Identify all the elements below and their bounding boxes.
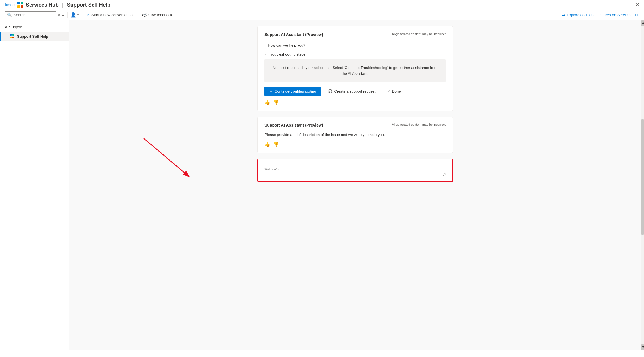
chevron-down-icon[interactable]: ▾ (77, 13, 79, 16)
create-support-request-button[interactable]: 🎧 Create a support request (324, 87, 380, 96)
card-1-header: Support AI Assistant (Preview) AI-genera… (264, 32, 446, 37)
chat-card-2: Support AI Assistant (Preview) AI-genera… (257, 117, 453, 153)
scrollbar-bottom-arrow[interactable]: ▼ (641, 344, 644, 350)
logo-br (12, 37, 14, 38)
logo-square-tl (17, 2, 20, 4)
message-input[interactable] (262, 166, 440, 178)
arrow-icon: → (269, 89, 273, 93)
close-button[interactable]: ✕ (635, 2, 639, 8)
card-2-ai-badge: AI-generated content may be incorrect (392, 123, 446, 126)
card-2-header: Support AI Assistant (Preview) AI-genera… (264, 123, 446, 127)
no-solutions-text: No solutions match your selections. Sele… (273, 66, 438, 76)
sidebar-collapse-button[interactable]: « (62, 13, 64, 17)
main-layout: ∨ Support Support Self Help Support AI A… (0, 20, 644, 350)
accordion-troubleshooting-label: Troubleshooting steps (269, 52, 305, 56)
accordion-expanded-icon: ∨ (264, 53, 267, 56)
sidebar-item-support-self-help[interactable]: Support Self Help (0, 32, 69, 41)
accordion-troubleshooting-content: No solutions match your selections. Sele… (264, 59, 446, 82)
toolbar-separator-3 (137, 12, 137, 18)
breadcrumb-home[interactable]: Home (3, 3, 13, 7)
more-options-icon[interactable]: ··· (114, 2, 119, 8)
give-feedback-button[interactable]: 💬 Give feedback (140, 12, 174, 18)
search-icon: 🔍 (7, 13, 12, 17)
accordion-help-label: How can we help you? (268, 43, 305, 47)
app-logo (17, 2, 24, 8)
give-feedback-label: Give feedback (148, 13, 172, 17)
chat-card-1: Support AI Assistant (Preview) AI-genera… (257, 26, 453, 111)
thumbs-up-button-2[interactable]: 👍 (264, 142, 270, 147)
toolbar: 🔍 ✕ « 👤 ▾ ↺ Start a new conversation 💬 G… (0, 9, 644, 20)
person-icon: 👤 (70, 12, 76, 18)
new-conversation-label: Start a new conversation (91, 13, 133, 17)
explore-icon: ⇄ (562, 13, 565, 17)
logo-square-tr (21, 2, 23, 4)
accordion-help: › How can we help you? (264, 41, 446, 49)
accordion-help-header[interactable]: › How can we help you? (264, 41, 446, 49)
arrow-annotation (126, 130, 213, 187)
create-support-label: Create a support request (334, 89, 376, 93)
sidebar: ∨ Support Support Self Help (0, 20, 69, 350)
sidebar-group-header[interactable]: ∨ Support (0, 23, 69, 32)
title-separator: | (62, 2, 64, 8)
sidebar-item-label: Support Self Help (17, 34, 48, 39)
card-1-feedback-row: 👍 👎 (264, 100, 446, 105)
accordion-troubleshooting: ∨ Troubleshooting steps No solutions mat… (264, 50, 446, 82)
scrollbar-thumb[interactable] (641, 119, 644, 235)
continue-troubleshooting-label: Continue troubleshooting (275, 89, 316, 93)
toolbar-separator-2 (82, 12, 82, 18)
card-2-title: Support AI Assistant (Preview) (264, 123, 323, 127)
explore-label: Explore additional features on Services … (567, 13, 639, 17)
logo-square-br (21, 5, 23, 8)
done-label: Done (392, 89, 401, 93)
accordion-troubleshooting-header[interactable]: ∨ Troubleshooting steps (264, 50, 446, 58)
feedback-icon: 💬 (142, 13, 147, 17)
search-box[interactable]: 🔍 (5, 11, 56, 18)
search-clear-button[interactable]: ✕ (57, 13, 61, 17)
card-2-description: Please provide a brief description of th… (264, 132, 446, 138)
breadcrumb: Home › (3, 3, 15, 7)
headset-icon: 🎧 (328, 89, 333, 93)
sidebar-item-logo (10, 34, 15, 39)
sidebar-group-label: Support (9, 25, 22, 29)
thumbs-down-button-2[interactable]: 👎 (273, 142, 279, 147)
explore-link[interactable]: ⇄ Explore additional features on Service… (562, 13, 639, 17)
content-area: Support AI Assistant (Preview) AI-genera… (69, 20, 641, 350)
card-1-title: Support AI Assistant (Preview) (264, 32, 323, 37)
accordion-collapsed-icon: › (264, 44, 265, 47)
send-icon: ▷ (443, 171, 446, 176)
logo-tl (10, 34, 12, 36)
card-2-feedback-row: 👍 👎 (264, 142, 446, 147)
title-left: Home › Services Hub | Support Self Help … (3, 2, 119, 8)
card-1-ai-badge: AI-generated content may be incorrect (392, 32, 446, 36)
breadcrumb-sep: › (14, 3, 15, 7)
thumbs-up-button-1[interactable]: 👍 (264, 100, 270, 105)
input-box-container: ▷ (257, 159, 453, 182)
section-name: Support Self Help (67, 2, 110, 8)
send-button[interactable]: ▷ (442, 170, 448, 178)
logo-bl (10, 37, 12, 38)
checkmark-icon: ✓ (387, 89, 390, 93)
continue-troubleshooting-button[interactable]: → Continue troubleshooting (264, 87, 321, 96)
toolbar-separator (67, 12, 68, 18)
logo-tr (12, 34, 14, 36)
action-row: → Continue troubleshooting 🎧 Create a su… (264, 87, 446, 96)
svg-line-1 (144, 138, 190, 177)
scrollbar-top-arrow[interactable]: ▲ (641, 20, 644, 26)
app-name: Services Hub (26, 2, 59, 8)
thumbs-down-button-1[interactable]: 👎 (273, 100, 279, 105)
scrollbar-track[interactable]: ▲ ▼ (641, 20, 644, 350)
new-conversation-button[interactable]: ↺ Start a new conversation (85, 12, 134, 18)
refresh-icon: ↺ (87, 13, 90, 17)
sidebar-group-support: ∨ Support Support Self Help (0, 23, 69, 41)
done-button[interactable]: ✓ Done (383, 87, 405, 96)
sidebar-chevron-icon: ∨ (5, 25, 7, 29)
search-input[interactable] (14, 13, 54, 17)
title-bar: Home › Services Hub | Support Self Help … (0, 0, 644, 9)
input-area-wrapper: ▷ (257, 159, 453, 182)
logo-square-bl (17, 5, 20, 8)
